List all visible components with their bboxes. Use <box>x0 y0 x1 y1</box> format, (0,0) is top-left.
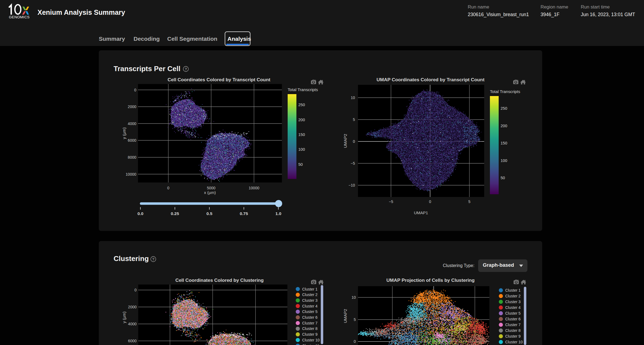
svg-text:5: 5 <box>468 199 470 204</box>
svg-text:50: 50 <box>298 162 303 167</box>
svg-text:Cluster 3: Cluster 3 <box>505 300 521 304</box>
svg-text:Cluster 10: Cluster 10 <box>505 340 523 344</box>
svg-text:?: ? <box>152 257 154 261</box>
svg-text:0: 0 <box>353 139 355 144</box>
svg-text:Cluster 9: Cluster 9 <box>302 332 317 337</box>
svg-text:Cluster 4: Cluster 4 <box>505 305 521 310</box>
svg-text:Cluster 3: Cluster 3 <box>302 298 317 303</box>
svg-text:0: 0 <box>429 199 431 204</box>
svg-text:Cell Coordinates Colored by Cl: Cell Coordinates Colored by Clustering <box>175 277 264 283</box>
svg-text:2000: 2000 <box>128 305 137 309</box>
svg-text:x (µm): x (µm) <box>204 190 216 195</box>
svg-text:0: 0 <box>134 288 137 292</box>
svg-text:250: 250 <box>501 106 507 111</box>
svg-text:Cell Coordinates Colored by Tr: Cell Coordinates Colored by Transcript C… <box>168 77 270 82</box>
svg-text:0: 0 <box>354 339 356 344</box>
svg-text:y (µm): y (µm) <box>122 312 126 323</box>
svg-text:Cluster 1: Cluster 1 <box>302 287 317 291</box>
svg-text:0: 0 <box>167 186 169 190</box>
svg-text:250: 250 <box>298 103 305 107</box>
svg-text:Cluster 5: Cluster 5 <box>302 309 317 314</box>
svg-text:Cluster 8: Cluster 8 <box>505 328 521 333</box>
svg-text:Cluster 4: Cluster 4 <box>302 304 317 308</box>
svg-text:Cluster 7: Cluster 7 <box>505 323 521 327</box>
svg-text:Cluster 6: Cluster 6 <box>302 315 317 320</box>
svg-text:UMAP2: UMAP2 <box>343 309 348 323</box>
svg-text:0.25: 0.25 <box>171 211 179 216</box>
svg-text:10: 10 <box>351 295 356 300</box>
svg-text:Total Transcripts: Total Transcripts <box>288 87 318 92</box>
svg-text:?: ? <box>185 67 187 71</box>
svg-text:5: 5 <box>353 117 355 122</box>
svg-text:5: 5 <box>354 317 356 322</box>
svg-text:150: 150 <box>298 132 305 137</box>
svg-text:4000: 4000 <box>128 322 137 326</box>
svg-text:0.5: 0.5 <box>206 211 212 216</box>
svg-text:Cluster 2: Cluster 2 <box>302 292 317 297</box>
svg-text:−5: −5 <box>351 161 355 166</box>
svg-text:2000: 2000 <box>128 105 136 109</box>
svg-text:Cluster 5: Cluster 5 <box>505 311 521 315</box>
svg-text:Cluster 11: Cluster 11 <box>302 344 319 345</box>
svg-text:UMAP Projection of Cells by Cl: UMAP Projection of Cells by Clustering <box>386 277 475 283</box>
svg-text:UMAP1: UMAP1 <box>414 210 428 215</box>
svg-text:UMAP Coordinates Colored by Tr: UMAP Coordinates Colored by Transcript C… <box>377 77 485 82</box>
svg-text:0: 0 <box>134 88 136 92</box>
svg-text:UMAP2: UMAP2 <box>343 134 348 148</box>
svg-text:−5: −5 <box>389 199 393 204</box>
svg-text:Cluster 7: Cluster 7 <box>302 321 317 325</box>
svg-text:8000: 8000 <box>128 155 136 160</box>
svg-text:y (µm): y (µm) <box>122 127 126 139</box>
svg-text:10: 10 <box>351 95 355 100</box>
svg-text:200: 200 <box>298 118 305 122</box>
svg-text:150: 150 <box>501 141 507 145</box>
svg-text:0.75: 0.75 <box>240 211 248 216</box>
svg-text:6000: 6000 <box>128 138 136 143</box>
svg-text:Cluster 6: Cluster 6 <box>505 317 521 321</box>
svg-text:Total Transcripts: Total Transcripts <box>490 89 520 94</box>
svg-text:10000: 10000 <box>249 186 259 190</box>
svg-text:100: 100 <box>501 158 507 163</box>
svg-text:200: 200 <box>501 124 507 128</box>
svg-text:Cluster 8: Cluster 8 <box>302 326 317 331</box>
svg-text:Cluster 10: Cluster 10 <box>302 338 320 342</box>
svg-text:10000: 10000 <box>126 172 136 176</box>
svg-text:1.0: 1.0 <box>275 211 281 216</box>
svg-text:50: 50 <box>501 176 505 180</box>
svg-text:4000: 4000 <box>128 121 136 126</box>
svg-text:100: 100 <box>298 147 305 152</box>
svg-text:6000: 6000 <box>128 339 137 343</box>
svg-text:−10: −10 <box>348 183 355 187</box>
svg-text:Cluster 2: Cluster 2 <box>505 294 521 298</box>
svg-text:Cluster 9: Cluster 9 <box>505 334 521 338</box>
svg-text:5000: 5000 <box>207 186 215 190</box>
svg-text:Cluster 1: Cluster 1 <box>505 288 521 292</box>
svg-text:GENOMICS: GENOMICS <box>9 15 30 19</box>
svg-text:0.0: 0.0 <box>137 211 143 216</box>
